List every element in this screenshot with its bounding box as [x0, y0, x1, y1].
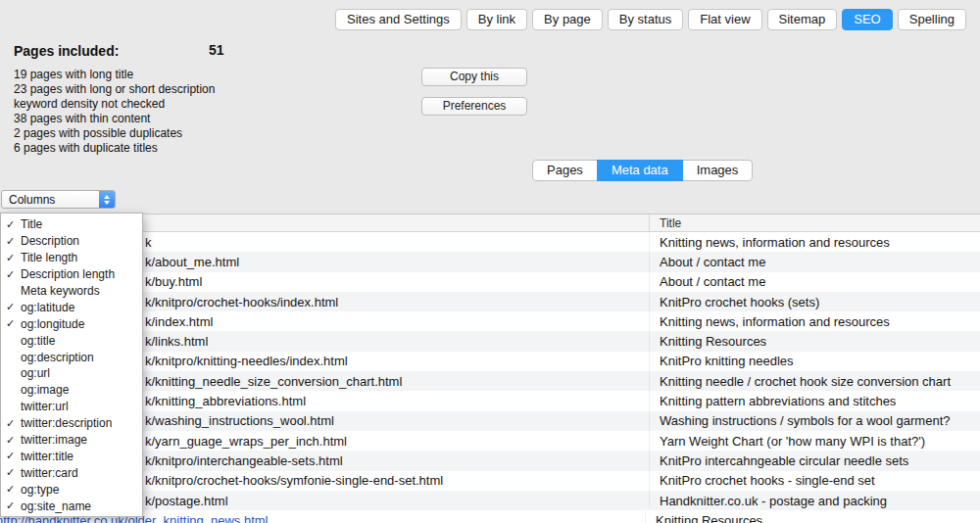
checkmark-icon [6, 268, 21, 281]
dropdown-menu-item[interactable]: og:url [1, 365, 142, 382]
dropdown-menu-item[interactable]: og:latitude [1, 299, 142, 315]
dropdown-item-label: twitter:url [21, 400, 69, 413]
dropdown-menu-item[interactable]: og:title [1, 332, 142, 349]
row-title: KnitPro crochet hooks (sets) [649, 292, 980, 311]
dropdown-item-label: og:longitude [21, 317, 84, 331]
dropdown-menu-item[interactable]: og:site_name [1, 498, 142, 514]
dropdown-menu-item[interactable]: og:image [1, 382, 142, 399]
data-tab[interactable]: Meta data [597, 160, 683, 181]
checkmark-icon [6, 367, 21, 380]
view-tab[interactable]: By status [608, 9, 683, 30]
dropdown-menu-item[interactable]: og:description [1, 349, 142, 365]
summary-line: 38 pages with thin content [14, 112, 215, 126]
dropdown-item-label: twitter:title [21, 450, 74, 463]
checkmark-icon [6, 301, 21, 313]
checkmark-icon [6, 401, 21, 413]
table-row[interactable]: k/links.html Knitting Resources [0, 331, 980, 351]
dropdown-item-label: Description length [21, 267, 115, 281]
table-row[interactable]: k Knitting news, information and resourc… [0, 232, 980, 252]
dropdown-menu-item[interactable]: twitter:title [1, 448, 142, 464]
dropdown-item-label: twitter:card [21, 466, 78, 480]
table-body: k Knitting news, information and resourc… [0, 232, 980, 523]
dropdown-arrows-icon [99, 191, 115, 208]
dropdown-item-label: og:image [21, 383, 69, 397]
row-title: KnitPro knitting needles [649, 352, 980, 371]
dropdown-menu-item[interactable]: twitter:image [1, 432, 142, 449]
checkmark-icon [6, 434, 21, 447]
dropdown-item-label: Description [21, 234, 79, 248]
dropdown-item-label: Title length [21, 251, 77, 264]
checkmark-icon [6, 218, 21, 231]
copy-this-button[interactable]: Copy this [421, 68, 527, 86]
table-row[interactable]: k/knitpro/crochet-hooks/index.html KnitP… [0, 292, 980, 311]
dropdown-menu-item[interactable]: Title length [1, 250, 142, 266]
view-tab[interactable]: By link [466, 9, 527, 30]
table-row[interactable]: k/index.html Knitting news, information … [0, 311, 980, 331]
row-title: Knitting Resources [645, 510, 980, 523]
checkmark-icon [6, 450, 21, 462]
view-tab[interactable]: By page [532, 9, 603, 30]
view-tab[interactable]: Sites and Settings [335, 9, 462, 30]
dropdown-menu-item[interactable]: Title [1, 216, 142, 233]
dropdown-item-label: og:latitude [21, 301, 74, 314]
dropdown-menu-item[interactable]: og:longitude [1, 315, 142, 332]
table-row[interactable]: k/about_me.html About / contact me [0, 252, 980, 271]
data-tab[interactable]: Images [682, 160, 754, 181]
pages-included-label: Pages included: [14, 43, 119, 59]
checkmark-icon [6, 252, 21, 264]
table-row[interactable]: k/buy.html About / contact me [0, 272, 980, 292]
view-tab[interactable]: Flat view [688, 9, 761, 30]
columns-dropdown-button[interactable]: Columns [1, 190, 116, 209]
checkmark-icon [6, 417, 21, 430]
view-tab-bar: Sites and Settings By link By page By st… [335, 9, 966, 30]
dropdown-menu-item[interactable]: Description length [1, 266, 142, 283]
table-row[interactable]: k/knitting_abbreviations.html Knitting p… [0, 391, 980, 410]
dropdown-item-label: og:description [21, 351, 94, 364]
table-row[interactable]: k/washing_instructions_wool.html Washing… [0, 411, 980, 431]
table-row[interactable]: k/knitpro/interchangeable-sets.html Knit… [0, 451, 980, 470]
dropdown-menu-item[interactable]: twitter:description [1, 415, 142, 432]
checkmark-icon [6, 317, 21, 330]
dropdown-menu-item[interactable]: twitter:url [1, 399, 142, 415]
table-row[interactable]: k/postage.html Handknitter.co.uk - posta… [0, 491, 980, 510]
checkmark-icon [6, 499, 21, 512]
checkmark-icon [6, 235, 21, 248]
dropdown-menu-item[interactable]: og:type [1, 481, 142, 498]
dropdown-item-label: Title [21, 217, 42, 231]
summary-line: 19 pages with long title [14, 68, 215, 82]
view-tab[interactable]: Spelling [898, 9, 966, 30]
row-title: Knitting Resources [649, 331, 980, 351]
data-tab[interactable]: Pages [532, 160, 598, 181]
view-tab[interactable]: Sitemap [767, 9, 838, 30]
dropdown-menu-item[interactable]: twitter:card [1, 464, 142, 481]
checkmark-icon [6, 351, 21, 363]
dropdown-item-label: Meta keywords [21, 284, 100, 298]
table-row[interactable]: k/knitpro/knitting-needles/index.html Kn… [0, 352, 980, 371]
view-tab[interactable]: SEO [842, 9, 892, 30]
table-row[interactable]: http://handknitter.co.uk/older_knitting_… [0, 510, 980, 523]
dropdown-menu-item[interactable]: Meta keywords [1, 283, 142, 300]
pages-included-count: 51 [209, 42, 224, 58]
row-title: About / contact me [649, 272, 980, 292]
table-row[interactable]: k/knitpro/crochet-hooks/symfonie-single-… [0, 471, 980, 491]
dropdown-item-label: og:url [21, 366, 50, 380]
checkmark-icon [6, 334, 21, 347]
dropdown-menu-item[interactable]: Description [1, 233, 142, 250]
row-title: Knitting needle / crochet hook size conv… [649, 371, 980, 391]
dropdown-item-label: og:title [21, 334, 55, 348]
row-title: Knitting news, information and resources [649, 232, 980, 252]
table-row[interactable]: k/knitting_needle_size_conversion_chart.… [0, 371, 980, 391]
row-title: KnitPro crochet hooks - single-end set [649, 471, 980, 491]
columns-dropdown-menu: Title Description Title length Descripti… [0, 213, 143, 517]
table-row[interactable]: k/yarn_guage_wraps_per_inch.html Yarn We… [0, 431, 980, 451]
checkmark-icon [6, 483, 21, 496]
row-title: KnitPro intercahngeable circular needle … [649, 451, 980, 470]
row-title: Knitting pattern abbreviations and stitc… [649, 391, 980, 410]
preferences-button[interactable]: Preferences [421, 97, 527, 116]
dropdown-item-label: og:type [21, 483, 59, 497]
row-title: Yarn Weight Chart (or 'how many WPI is t… [649, 431, 980, 451]
column-header-title[interactable]: Title [649, 214, 980, 231]
dropdown-item-label: twitter:description [21, 416, 112, 430]
columns-dropdown-label: Columns [2, 193, 55, 207]
row-title: Knitting news, information and resources [649, 311, 980, 331]
